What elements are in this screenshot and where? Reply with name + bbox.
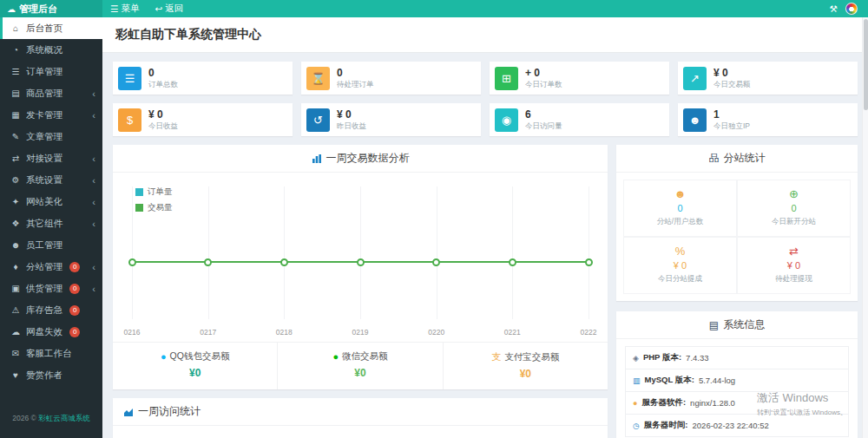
main-content: 彩虹自助下单系统管理中心 ☰ 0 订单总数 ⌛ 0 待处理订单 bbox=[102, 17, 868, 438]
legend-item[interactable]: 交易量 bbox=[135, 202, 173, 213]
legend-item[interactable]: 订单量 bbox=[135, 186, 173, 198]
substation-cell: % ¥ 0 今日分站提成 bbox=[623, 237, 737, 294]
trade-panel: 一周交易数据分析 订单量 bbox=[113, 145, 608, 389]
user-icon: ☻ bbox=[683, 108, 707, 132]
x-axis-label: 0221 bbox=[504, 328, 521, 337]
payment-value: ¥0 bbox=[116, 367, 273, 379]
stat-label: 待处理订单 bbox=[337, 80, 374, 90]
area-chart-icon bbox=[123, 407, 134, 417]
sidebar-item[interactable]: ✎ 文章管理 bbox=[0, 126, 102, 147]
sidebar-item[interactable]: ⚙ 系统设置 ‹ bbox=[0, 169, 102, 191]
scrollbar-track[interactable] bbox=[862, 17, 868, 438]
stat-label: 今日收益 bbox=[148, 121, 178, 132]
legend-swatch bbox=[135, 188, 143, 196]
sidebar-badge: 0 bbox=[69, 284, 80, 294]
chart-point bbox=[585, 258, 593, 266]
eye-icon: ◉ bbox=[495, 108, 518, 132]
sidebar-item[interactable]: ❖ 其它组件 ‹ bbox=[0, 212, 102, 234]
substation-value: ¥ 0 bbox=[741, 260, 846, 271]
chart-gridline bbox=[132, 186, 133, 319]
legend-label: 交易量 bbox=[148, 202, 173, 213]
back-arrow-icon: ↩ bbox=[155, 3, 162, 14]
substation-label: 待处理提现 bbox=[741, 274, 846, 284]
substation-cell: ☻ 0 分站/用户总数 bbox=[623, 180, 737, 237]
brand-title: 管理后台 bbox=[19, 3, 57, 16]
system-info-header: ▤ 系统信息 bbox=[616, 311, 858, 339]
system-info-panel: ▤ 系统信息 ◈ PHP 版本: 7.4.33 bbox=[616, 311, 858, 438]
trade-panel-header: 一周交易数据分析 bbox=[113, 145, 608, 173]
stat-box: $ ¥ 0 今日收益 bbox=[113, 103, 293, 136]
visit-panel-header: 一周访问统计 bbox=[113, 398, 608, 426]
scrollbar-thumb[interactable] bbox=[864, 19, 868, 110]
stat-box: ⌛ 0 待处理订单 bbox=[301, 62, 481, 95]
sidebar-item[interactable]: ▤ 商品管理 ‹ bbox=[0, 82, 102, 104]
list-icon: ☰ bbox=[118, 67, 141, 90]
substation-panel-title: 分站统计 bbox=[724, 151, 766, 166]
payment-label: 支付宝交易额 bbox=[504, 351, 559, 363]
sidebar-item[interactable]: ✉ 客服工作台 bbox=[0, 343, 102, 364]
dashboard-icon: ◔ bbox=[10, 45, 21, 55]
brand-logo-icon: ☁ bbox=[7, 4, 16, 14]
chart-legend: 订单量 交易量 bbox=[135, 186, 173, 218]
info-label: 服务器软件: bbox=[641, 397, 686, 409]
stat-value: + 0 bbox=[525, 67, 562, 80]
wrench-icon[interactable]: ⚒ bbox=[830, 3, 838, 14]
sidebar-item[interactable]: ☰ 订单管理 bbox=[0, 61, 102, 82]
history-icon: ↺ bbox=[306, 108, 330, 132]
menu-toggle[interactable]: ☰ 菜单 bbox=[102, 0, 147, 17]
sidebar-item[interactable]: ▦ 发卡管理 ‹ bbox=[0, 104, 102, 126]
rainbow-logo[interactable] bbox=[845, 3, 858, 15]
sidebar-item-label: 系统概况 bbox=[26, 44, 62, 56]
sidebar-item[interactable]: ☁ 网盘失效 0 bbox=[0, 321, 102, 343]
legend-swatch bbox=[135, 204, 143, 212]
stat-value: 0 bbox=[148, 67, 178, 80]
system-info-row: ▥ MySQL 版本: 5.7.44-log bbox=[625, 369, 849, 392]
chevron-left-icon: ‹ bbox=[92, 88, 95, 99]
alipay-icon: 支 bbox=[491, 350, 501, 363]
back-button[interactable]: ↩ 返回 bbox=[147, 0, 191, 17]
sidebar-item[interactable]: ♦ 分站管理 0 ‹ bbox=[0, 256, 102, 278]
goods-icon: ▤ bbox=[10, 88, 21, 98]
bar-chart-icon bbox=[312, 154, 322, 164]
stat-label: 今日独立IP bbox=[713, 121, 750, 132]
sidebar-item-label: 系统设置 bbox=[26, 174, 62, 186]
sidebar-item[interactable]: ⌂ 后台首页 bbox=[0, 17, 102, 39]
x-axis-label: 0217 bbox=[200, 328, 216, 337]
beautify-icon: ✦ bbox=[10, 197, 21, 206]
sidebar-item-label: 供货管理 bbox=[26, 283, 62, 295]
payment-summary: ● QQ钱包交易额 ¥0 ● 微信交易额 bbox=[113, 342, 608, 389]
chart-gridline bbox=[208, 186, 209, 319]
sidebar-item[interactable]: ⇄ 对接设置 ‹ bbox=[0, 147, 102, 169]
payment-value: ¥0 bbox=[281, 367, 438, 379]
sidebar-item[interactable]: ☻ 员工管理 bbox=[0, 234, 102, 256]
support-icon: ✉ bbox=[10, 349, 21, 358]
substation-value: 0 bbox=[741, 203, 846, 213]
topbar-right: ⚒ bbox=[830, 3, 868, 15]
sidebar-item[interactable]: ◔ 系统概况 bbox=[0, 39, 102, 61]
php-icon: ◈ bbox=[633, 354, 639, 363]
sidebar-item[interactable]: ♥ 赞赏作者 bbox=[0, 364, 102, 386]
brand[interactable]: ☁ 管理后台 bbox=[0, 0, 102, 17]
sidebar-item[interactable]: ▣ 供货管理 0 ‹ bbox=[0, 278, 102, 299]
stat-box: ☰ 0 订单总数 bbox=[113, 62, 293, 95]
system-info-list: ◈ PHP 版本: 7.4.33 ▥ MySQL 版本: 5.7.44-log bbox=[616, 339, 858, 438]
chevron-left-icon: ‹ bbox=[92, 197, 95, 207]
sidebar-item[interactable]: ⚠ 库存告急 0 bbox=[0, 299, 102, 321]
sidebar-item-label: 网盘失效 bbox=[26, 326, 62, 338]
stat-label: 今日订单数 bbox=[525, 80, 562, 90]
users-icon: ☻ bbox=[628, 188, 733, 199]
payment-cell: 支 支付宝交易额 ¥0 bbox=[443, 343, 608, 389]
stat-box: ↗ ¥ 0 今日交易额 bbox=[678, 62, 858, 95]
substation-cell: ⊕ 0 今日新开分站 bbox=[737, 180, 851, 237]
payment-cell: ● 微信交易额 ¥0 bbox=[277, 343, 442, 389]
chart-point bbox=[280, 258, 288, 266]
chart-point bbox=[128, 258, 136, 266]
supply-icon: ▣ bbox=[10, 284, 21, 293]
substation-grid: ☻ 0 分站/用户总数 ⊕ 0 今日新开分站 bbox=[616, 173, 858, 301]
footer-brand-link[interactable]: 彩虹云商城系统 bbox=[38, 414, 90, 422]
stat-value: 6 bbox=[525, 108, 562, 121]
substation-value: ¥ 0 bbox=[628, 260, 733, 271]
sidebar-item[interactable]: ✦ 网站美化 ‹ bbox=[0, 191, 102, 212]
info-value: 2026-02-23 22:40:52 bbox=[693, 421, 769, 430]
info-label: PHP 版本: bbox=[643, 352, 681, 363]
